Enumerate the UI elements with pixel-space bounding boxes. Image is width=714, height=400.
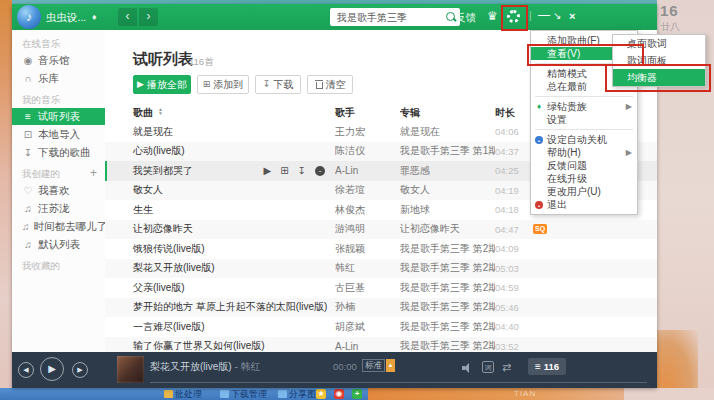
song-album[interactable]: 我是歌手第三季 第2期 [400, 300, 495, 314]
feedback-link[interactable]: 反馈 [455, 11, 476, 25]
song-singer[interactable]: 陈洁仪 [335, 144, 400, 158]
song-singer[interactable]: 胡彦斌 [335, 320, 400, 334]
quality-selector[interactable]: 标准 ▲ [362, 359, 395, 372]
play-icon[interactable]: ▶ [264, 165, 272, 176]
search-icon[interactable] [446, 12, 455, 21]
column-song[interactable]: 歌曲 ▲▼ [105, 106, 335, 120]
calendar-lunar-day: 廿八 [660, 20, 680, 34]
song-album[interactable]: 就是现在 [400, 125, 495, 139]
eye-icon[interactable]: ◉ [334, 389, 344, 399]
song-album[interactable]: 让初恋像昨天 [400, 222, 495, 236]
taskbar-item-1[interactable]: 下载管理 [220, 389, 267, 399]
lyrics-icon[interactable]: 词 [482, 361, 494, 373]
download-button[interactable]: ↧ 下载 [255, 75, 301, 94]
song-singer[interactable]: 古巨基 [335, 281, 400, 295]
sort-icon[interactable]: ▲▼ [158, 109, 163, 117]
column-duration[interactable]: 时长 [495, 106, 527, 120]
sidebar-item-1-2[interactable]: ↧下载的歌曲 [12, 144, 105, 161]
username[interactable]: 虫虫设... [46, 11, 86, 25]
song-singer[interactable]: 韩红 [335, 261, 400, 275]
submenu-item-1[interactable]: 歌词面板 [613, 52, 705, 69]
sidebar-item-1-0[interactable]: ≡试听列表 [12, 108, 105, 125]
table-row[interactable]: 梦开始的地方 草原上升起不落的太阳(live版)孙楠我是歌手第三季 第2期05:… [105, 298, 657, 318]
sidebar-item-1-1[interactable]: ⊡本地导入 [12, 126, 105, 143]
forward-button[interactable]: › [139, 8, 158, 26]
song-album[interactable]: 敬女人 [400, 183, 495, 197]
vip-crown-icon[interactable]: ♛ [487, 9, 498, 23]
song-singer[interactable]: A-Lin [335, 165, 400, 176]
menu-item-12[interactable]: 在线升级 [531, 172, 637, 185]
back-button[interactable]: ‹ [118, 8, 137, 26]
app-logo-icon[interactable]: ♪ [17, 5, 41, 29]
menu-item-11[interactable]: 反馈问题 [531, 159, 637, 172]
taskbar-item-0[interactable]: 批处理 [164, 389, 202, 399]
plus-icon[interactable]: + [352, 389, 362, 399]
song-album[interactable]: 我是歌手第三季 第2期 [400, 261, 495, 275]
playlist-queue-button[interactable]: ≡ 116 [528, 358, 566, 375]
album-art[interactable] [117, 356, 144, 383]
menu-item-10[interactable]: 帮助(H)▶ [531, 146, 637, 159]
sidebar-item-2-3[interactable]: ♫默认列表 [12, 236, 105, 253]
play-button[interactable]: ▶ [40, 357, 64, 381]
menu-item-6[interactable]: ♦绿钻贵族▶ [531, 100, 637, 113]
song-singer[interactable]: 张靓颖 [335, 242, 400, 256]
song-album[interactable]: 新地球 [400, 203, 495, 217]
play-mode-icon[interactable]: ⇄ [502, 361, 511, 374]
table-row[interactable]: 梨花又开放(live版)韩红我是歌手第三季 第2期05:03 [105, 259, 657, 279]
submenu-item-0[interactable]: 桌面歌词 [613, 35, 705, 52]
song-album[interactable]: 我是歌手第三季 第2期 [400, 242, 495, 256]
add-playlist-button[interactable]: + [90, 166, 97, 180]
song-singer[interactable]: 林俊杰 [335, 203, 400, 217]
sidebar-item-2-0[interactable]: ♡我喜欢 [12, 182, 105, 199]
sidebar-item-0-1[interactable]: ∩乐库 [12, 70, 105, 87]
column-singer[interactable]: 歌手 [335, 106, 400, 120]
song-singer[interactable]: A-Lin [335, 341, 400, 352]
play-all-button[interactable]: ▶ 播放全部 [133, 75, 191, 94]
now-playing-artist[interactable]: 韩红 [241, 361, 261, 372]
more-icon[interactable]: - [315, 166, 325, 176]
song-title: 父亲(live版) [105, 281, 335, 295]
column-album[interactable]: 专辑 [400, 106, 495, 120]
clear-button[interactable]: 清空 [307, 75, 353, 94]
download-icon: ↧ [22, 147, 34, 158]
download-icon[interactable]: ↧ [298, 165, 306, 176]
song-album[interactable]: 我是歌手第三季 第1期 [400, 144, 495, 158]
song-singer[interactable]: 徐若瑄 [335, 183, 400, 197]
add-to-button[interactable]: ⊞ 添加到 [197, 75, 249, 94]
song-album[interactable]: 我是歌手第三季 第2期 [400, 281, 495, 295]
mini-mode-icon[interactable]: ↘ [553, 10, 561, 21]
menu-item-14[interactable]: •退出 [531, 198, 637, 211]
sidebar-item-2-2[interactable]: ♫时间都去哪儿了 [12, 218, 105, 235]
song-singer[interactable]: 游鸿明 [335, 222, 400, 236]
sidebar-item-2-1[interactable]: ♫汪苏泷 [12, 200, 105, 217]
song-album[interactable]: 我是歌手第三季 第2期 [400, 320, 495, 334]
table-row[interactable]: 一言难尽(live版)胡彦斌我是歌手第三季 第2期04:40 [105, 317, 657, 337]
song-duration: 04:37 [495, 146, 527, 157]
quality-arrow-icon[interactable]: ▲ [386, 359, 395, 372]
sidebar-item-0-0[interactable]: ◉音乐馆 [12, 52, 105, 69]
table-row[interactable]: 父亲(live版)古巨基我是歌手第三季 第2期04:59 [105, 278, 657, 298]
minimize-button[interactable]: — [538, 8, 550, 22]
add-box-icon[interactable]: ⊞ [280, 165, 288, 176]
wallpaper-text: TIAN [514, 389, 536, 398]
next-track-button[interactable]: ▶ [72, 362, 88, 378]
song-singer[interactable]: 王力宏 [335, 125, 400, 139]
close-button[interactable]: × [569, 10, 575, 22]
previous-track-button[interactable]: ◀ [18, 362, 34, 378]
search-input[interactable] [335, 9, 444, 26]
menu-item-7[interactable]: 设置 [531, 113, 637, 126]
quality-label[interactable]: 标准 [362, 359, 385, 372]
sidebar-item-label: 时间都去哪儿了 [34, 220, 108, 234]
menu-item-9[interactable]: •设定自动关机 [531, 133, 637, 146]
menu-item-13[interactable]: 更改用户(U) [531, 185, 637, 198]
submenu-item-2[interactable]: 均衡器 [613, 69, 705, 86]
progress-bar[interactable] [150, 382, 647, 383]
volume-icon[interactable] [462, 363, 474, 373]
settings-gear-icon[interactable] [507, 10, 520, 23]
song-album[interactable]: 罪恶感 [400, 164, 495, 178]
song-singer[interactable]: 孙楠 [335, 300, 400, 314]
star-icon[interactable]: ★ [316, 389, 326, 399]
table-row[interactable]: 让初恋像昨天游鸿明让初恋像昨天04:47SQ [105, 220, 657, 240]
song-duration: 05:46 [495, 302, 527, 313]
table-row[interactable]: 饿狼传说(live版)张靓颖我是歌手第三季 第2期04:09 [105, 239, 657, 259]
